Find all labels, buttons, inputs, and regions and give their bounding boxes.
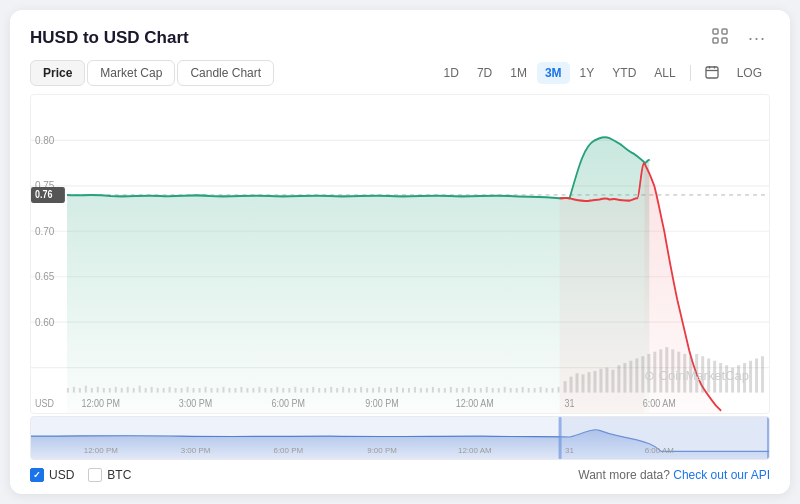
- svg-rect-38: [109, 388, 111, 393]
- more-icon[interactable]: ···: [744, 27, 770, 49]
- calendar-btn[interactable]: [697, 61, 727, 86]
- svg-rect-84: [384, 388, 386, 393]
- svg-text:12:00 PM: 12:00 PM: [82, 398, 120, 410]
- svg-rect-111: [546, 388, 548, 393]
- svg-text:31: 31: [565, 398, 575, 410]
- svg-rect-32: [73, 387, 75, 393]
- tab-candle-chart[interactable]: Candle Chart: [177, 60, 274, 86]
- usd-checkbox[interactable]: [30, 468, 44, 482]
- timeframe-ytd[interactable]: YTD: [604, 62, 644, 84]
- api-link[interactable]: Check out our API: [673, 468, 770, 482]
- svg-rect-67: [282, 388, 284, 393]
- svg-rect-127: [641, 356, 644, 392]
- svg-rect-140: [719, 363, 722, 393]
- svg-rect-41: [127, 387, 129, 393]
- svg-rect-50: [181, 388, 183, 393]
- svg-rect-136: [695, 354, 698, 393]
- svg-rect-85: [390, 388, 392, 393]
- svg-rect-91: [426, 388, 428, 393]
- svg-rect-52: [193, 388, 195, 393]
- svg-rect-35: [91, 388, 93, 393]
- svg-rect-95: [450, 387, 452, 393]
- svg-rect-42: [133, 388, 135, 393]
- controls-row: Price Market Cap Candle Chart 1D 7D 1M 3…: [30, 60, 770, 86]
- svg-rect-126: [635, 358, 638, 392]
- svg-text:6:00 AM: 6:00 AM: [643, 398, 676, 410]
- svg-rect-108: [528, 388, 530, 393]
- currency-checks: USD BTC: [30, 468, 131, 482]
- svg-rect-97: [462, 388, 464, 393]
- svg-rect-115: [570, 377, 573, 393]
- svg-rect-56: [216, 388, 218, 393]
- svg-rect-120: [599, 369, 602, 393]
- svg-rect-139: [713, 361, 716, 393]
- svg-rect-106: [516, 388, 518, 393]
- svg-rect-132: [671, 349, 674, 392]
- svg-rect-135: [689, 356, 692, 392]
- svg-rect-101: [486, 387, 488, 393]
- svg-rect-124: [623, 363, 626, 393]
- expand-icon[interactable]: [708, 26, 732, 50]
- svg-rect-134: [683, 354, 686, 393]
- svg-rect-87: [402, 388, 404, 393]
- svg-rect-77: [342, 387, 344, 393]
- svg-rect-121: [605, 368, 608, 393]
- svg-rect-141: [725, 365, 728, 392]
- svg-rect-39: [115, 387, 117, 393]
- timeframe-1y[interactable]: 1Y: [572, 62, 603, 84]
- svg-rect-116: [576, 373, 579, 392]
- svg-rect-125: [629, 361, 632, 393]
- timeframe-3m[interactable]: 3M: [537, 62, 570, 84]
- svg-rect-76: [336, 388, 338, 393]
- svg-rect-90: [420, 388, 422, 393]
- svg-rect-149: [559, 417, 562, 459]
- svg-rect-49: [175, 388, 177, 393]
- svg-rect-31: [67, 388, 69, 393]
- svg-rect-40: [121, 388, 123, 393]
- navigator-chart[interactable]: 12:00 PM 3:00 PM 6:00 PM 9:00 PM 12:00 A…: [30, 416, 770, 460]
- svg-rect-2: [713, 38, 718, 43]
- usd-check[interactable]: USD: [30, 468, 74, 482]
- svg-rect-105: [510, 388, 512, 393]
- svg-rect-109: [534, 388, 536, 393]
- svg-rect-113: [558, 387, 560, 393]
- svg-rect-98: [468, 387, 470, 393]
- svg-rect-62: [252, 388, 254, 393]
- svg-rect-137: [701, 356, 704, 392]
- timeframe-all[interactable]: ALL: [646, 62, 683, 84]
- btc-check[interactable]: BTC: [88, 468, 131, 482]
- svg-rect-104: [504, 387, 506, 393]
- svg-rect-82: [372, 388, 374, 393]
- navigator-svg: 12:00 PM 3:00 PM 6:00 PM 9:00 PM 12:00 A…: [31, 417, 769, 459]
- timeframe-1d[interactable]: 1D: [436, 62, 467, 84]
- svg-rect-119: [593, 371, 596, 393]
- svg-rect-1: [722, 29, 727, 34]
- svg-rect-150: [767, 417, 769, 459]
- svg-rect-89: [414, 387, 416, 393]
- svg-rect-129: [653, 352, 656, 393]
- svg-rect-3: [722, 38, 727, 43]
- log-btn[interactable]: LOG: [729, 62, 770, 84]
- svg-rect-122: [611, 370, 614, 393]
- svg-rect-102: [492, 388, 494, 393]
- svg-rect-65: [270, 388, 272, 393]
- svg-rect-44: [145, 388, 147, 393]
- btc-checkbox[interactable]: [88, 468, 102, 482]
- svg-rect-58: [228, 388, 230, 393]
- svg-rect-86: [396, 387, 398, 393]
- timeframe-1m[interactable]: 1M: [502, 62, 535, 84]
- btc-label: BTC: [107, 468, 131, 482]
- svg-rect-100: [480, 388, 482, 393]
- tab-market-cap[interactable]: Market Cap: [87, 60, 175, 86]
- tab-price[interactable]: Price: [30, 60, 85, 86]
- svg-rect-47: [163, 388, 165, 393]
- svg-rect-33: [79, 388, 81, 393]
- svg-rect-64: [264, 388, 266, 393]
- svg-rect-107: [522, 387, 524, 393]
- svg-rect-103: [498, 388, 500, 393]
- timeframe-7d[interactable]: 7D: [469, 62, 500, 84]
- svg-rect-45: [151, 387, 153, 393]
- svg-text:6:00 AM: 6:00 AM: [645, 446, 674, 455]
- footer-api-link: Want more data? Check out our API: [578, 468, 770, 482]
- svg-text:3:00 PM: 3:00 PM: [181, 446, 211, 455]
